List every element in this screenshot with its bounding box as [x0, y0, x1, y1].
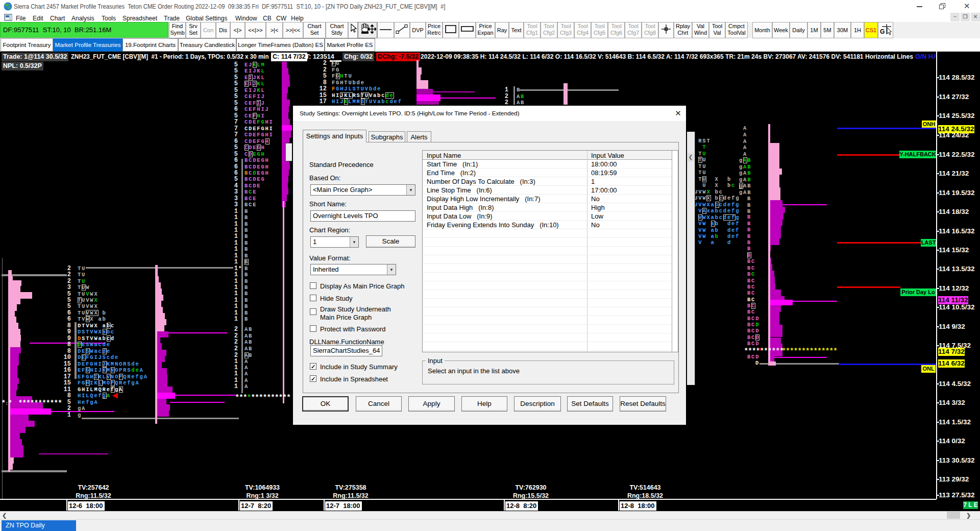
- svg-text:G: G: [880, 28, 885, 35]
